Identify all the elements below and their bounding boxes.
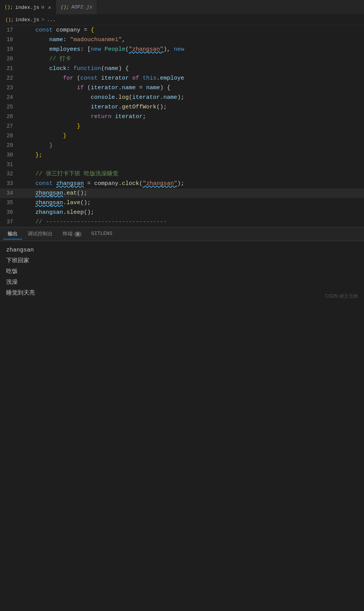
line-content-25[interactable]: iterator.getOffWork();	[20, 103, 364, 112]
line-content-28[interactable]: }	[20, 132, 364, 141]
breadcrumb-file-icon: ();	[5, 17, 14, 23]
line-number-18: 18	[0, 35, 20, 44]
token: company	[53, 27, 84, 33]
token: iterator	[98, 75, 132, 82]
token: // 打卡	[49, 56, 71, 62]
panel-tab-gitlens[interactable]: GITLENS	[87, 229, 117, 239]
token: for	[63, 75, 73, 82]
token	[111, 113, 115, 120]
line-content-20[interactable]: // 打卡	[20, 55, 364, 64]
output-line: 洗澡	[6, 277, 358, 288]
token: {	[87, 27, 94, 33]
token: =	[84, 27, 87, 33]
panel-tab-bar: 输出调试控制台终端8GITLENS	[0, 227, 364, 241]
token: iterator	[115, 113, 143, 120]
token	[22, 219, 35, 225]
token	[22, 171, 35, 177]
tab-index-js[interactable]: (); index.js U ✕	[0, 0, 56, 14]
token: :	[66, 65, 73, 72]
line-content-24[interactable]: console.log(iterator.name);	[20, 93, 364, 102]
token: }	[49, 142, 53, 149]
line-content-21[interactable]: clock: function(name) {	[20, 64, 364, 73]
breadcrumb-file: index.js	[15, 17, 39, 23]
line-content-18[interactable]: name: "madouchuanmei",	[20, 35, 364, 45]
token: (	[101, 65, 105, 72]
token: =	[139, 85, 143, 91]
token: zhangsan	[35, 209, 63, 216]
token: const	[35, 180, 53, 187]
token: :	[63, 37, 70, 43]
token: zhangsan	[35, 190, 63, 196]
token: iterator	[91, 104, 118, 110]
token: sleep	[66, 209, 84, 216]
token	[22, 75, 63, 82]
line-number-24: 24	[0, 93, 20, 102]
token	[22, 209, 35, 216]
code-line-20: 20 // 打卡	[0, 54, 364, 64]
line-content-17[interactable]: const company = {	[20, 26, 364, 35]
tab-close-index-js[interactable]: ✕	[48, 4, 51, 11]
token: = company.	[84, 180, 122, 187]
line-content-37[interactable]: // -----------------------------------	[20, 218, 364, 227]
line-content-27[interactable]: }	[20, 122, 364, 131]
token	[101, 46, 105, 53]
line-content-26[interactable]: return iterator;	[20, 112, 364, 122]
token	[22, 123, 77, 130]
line-number-37: 37	[0, 217, 20, 226]
token: };	[35, 152, 42, 158]
tab-aop2-js[interactable]: (); AOP2.js	[56, 0, 97, 14]
token: ();	[77, 190, 87, 196]
code-line-37: 37 // ----------------------------------…	[0, 217, 364, 227]
token	[22, 133, 63, 139]
line-content-35[interactable]: zhangsan.lave();	[20, 198, 364, 208]
token	[53, 180, 56, 187]
token: .employe	[156, 75, 184, 82]
tab-label-aop2-js: AOP2.js	[71, 4, 93, 10]
token: .	[63, 200, 66, 206]
token: eat	[66, 190, 77, 196]
panel-tab-output[interactable]: 输出	[3, 229, 22, 240]
line-content-22[interactable]: for (const iterator of this.employe	[20, 74, 364, 83]
line-content-19[interactable]: employees: [new People("zhangsan"), new	[20, 45, 364, 54]
token: .	[63, 190, 66, 196]
token	[22, 113, 91, 120]
token: );	[177, 180, 184, 187]
panel-tab-debug-console[interactable]: 调试控制台	[23, 229, 57, 240]
line-content-32[interactable]: // 张三打卡下班 吃饭洗澡睡觉	[20, 170, 364, 179]
token: const	[80, 75, 98, 82]
tab-bar: (); index.js U ✕ (); AOP2.js	[0, 0, 364, 15]
token: name	[49, 37, 63, 43]
token	[22, 65, 49, 72]
code-line-23: 23 if (iterator.name = name) {	[0, 83, 364, 93]
token: zhangsan	[35, 200, 63, 206]
code-line-18: 18 name: "madouchuanmei",	[0, 35, 364, 45]
line-number-35: 35	[0, 198, 20, 207]
token	[22, 94, 91, 101]
breadcrumb-context: ...	[47, 17, 56, 23]
line-content-29[interactable]: }	[20, 141, 364, 150]
token: .name	[118, 85, 139, 91]
line-number-23: 23	[0, 83, 20, 92]
line-content-30[interactable]: };	[20, 151, 364, 160]
token: "zhangsan"	[143, 180, 177, 187]
tab-label-index-js: index.js	[15, 5, 39, 10]
line-content-23[interactable]: if (iterator.name = name) {	[20, 83, 364, 93]
line-content-36[interactable]: zhangsan.sleep();	[20, 208, 364, 217]
token	[22, 85, 77, 91]
line-number-30: 30	[0, 150, 20, 160]
line-content-34[interactable]: zhangsan.eat();	[20, 189, 364, 198]
code-line-21: 21 clock: function(name) {	[0, 64, 364, 73]
token: console	[91, 94, 115, 101]
token: "zhangsan"	[129, 46, 163, 53]
panel-tab-terminal[interactable]: 终端8	[58, 229, 86, 240]
line-number-19: 19	[0, 45, 20, 54]
code-line-29: 29 }	[0, 141, 364, 150]
code-line-19: 19 employees: [new People("zhangsan"), n…	[0, 45, 364, 54]
line-content-33[interactable]: const zhangsan = company.clock("zhangsan…	[20, 179, 364, 188]
panel: 输出调试控制台终端8GITLENS zhangsan下班回家吃饭洗澡睡觉到天亮 …	[0, 227, 364, 303]
output-line: 睡觉到天亮	[6, 288, 358, 299]
token	[22, 27, 35, 33]
token: // 张三打卡下班 吃饭洗澡睡觉	[35, 171, 118, 177]
token	[22, 37, 49, 43]
token: ,	[122, 37, 125, 43]
